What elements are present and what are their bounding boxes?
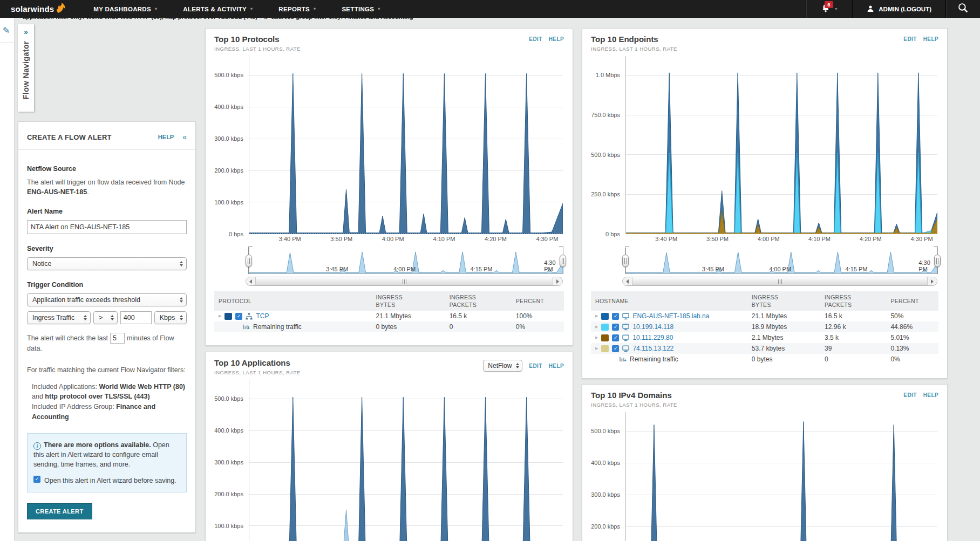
time-scrollbar[interactable] bbox=[622, 277, 937, 286]
flow-type-select[interactable]: NetFlow bbox=[483, 360, 522, 372]
x-axis-label: 4:10 PM bbox=[433, 236, 455, 242]
threshold-value-input[interactable] bbox=[120, 311, 152, 324]
threshold-condition-row: Ingress Traffic > Kbps bbox=[27, 311, 187, 324]
expand-row-icon[interactable]: ▶ bbox=[595, 335, 598, 340]
row-label-link[interactable]: ENG-AUS-NET-185.lab.na bbox=[632, 312, 709, 320]
time-range-overview[interactable]: 3:45 PM4:00 PM4:15 PM4:30 PM bbox=[249, 248, 563, 274]
overview-time-label: 4:30 PM bbox=[544, 259, 556, 272]
time-range-overview[interactable]: 3:45 PM4:00 PM4:15 PM4:30 PM bbox=[625, 248, 937, 274]
scroll-left-button[interactable] bbox=[246, 277, 256, 285]
help-link[interactable]: HELP bbox=[923, 36, 938, 42]
menu-my-dashboards[interactable]: MY DASHBOARDS ▾ bbox=[80, 0, 170, 18]
severity-value: Notice bbox=[32, 260, 51, 268]
panel-header: Top 10 Applications INGRESS, LAST 1 HOUR… bbox=[206, 352, 573, 376]
apps-join: and bbox=[32, 393, 45, 400]
edit-link[interactable]: EDIT bbox=[903, 36, 916, 42]
time-scrollbar[interactable] bbox=[246, 277, 563, 286]
source-node: ENG-AUS-NET-185 bbox=[27, 188, 87, 196]
chevron-down-icon: ▾ bbox=[250, 6, 253, 11]
expand-row-icon[interactable]: ▶ bbox=[595, 325, 598, 329]
overview-time-label: 4:30 PM bbox=[918, 259, 931, 272]
scroll-right-button[interactable] bbox=[553, 277, 562, 285]
x-axis-label: 4:10 PM bbox=[808, 236, 831, 242]
range-handle-right[interactable] bbox=[560, 255, 566, 267]
severity-select[interactable]: Notice bbox=[27, 257, 187, 270]
search-button[interactable] bbox=[946, 0, 980, 18]
help-link[interactable]: HELP bbox=[158, 134, 174, 140]
alert-name-input[interactable] bbox=[27, 220, 187, 234]
row-label-link[interactable]: 10.111.229.80 bbox=[632, 334, 673, 341]
series-visibility-checkbox[interactable]: ✓ bbox=[612, 334, 619, 341]
table-row: ▶✓74.115.13.12253.7 kbytes390.13% bbox=[591, 343, 938, 354]
scroll-left-button[interactable] bbox=[623, 277, 632, 285]
edit-pencil-icon[interactable]: ✎ bbox=[3, 25, 10, 36]
severity-label: Severity bbox=[27, 245, 187, 252]
create-alert-button[interactable]: CREATE ALERT bbox=[27, 503, 92, 519]
y-axis-label: 200.0 kbps bbox=[214, 167, 243, 174]
trigger-condition-select[interactable]: Application traffic exceeds threshold bbox=[27, 293, 187, 306]
expand-row-icon[interactable]: ▶ bbox=[219, 314, 221, 318]
percent-value: 44.86% bbox=[886, 321, 938, 332]
solarwinds-logo[interactable]: solarwinds bbox=[0, 3, 80, 16]
series-visibility-checkbox[interactable]: ✓ bbox=[612, 313, 619, 320]
scroll-right-button[interactable] bbox=[927, 277, 937, 285]
help-link[interactable]: HELP bbox=[923, 392, 938, 398]
overview-time-label: 4:00 PM bbox=[769, 266, 791, 272]
row-label: Remaining traffic bbox=[630, 355, 678, 363]
traffic-direction-select[interactable]: Ingress Traffic bbox=[27, 311, 91, 324]
row-label-link[interactable]: 10.199.14.118 bbox=[632, 323, 673, 331]
edit-link[interactable]: EDIT bbox=[903, 392, 916, 398]
protocol-icon bbox=[246, 313, 253, 320]
edit-link[interactable]: EDIT bbox=[529, 363, 542, 369]
panel-header: Top 10 Endpoints INGRESS, LAST 1 HOURS, … bbox=[582, 29, 947, 53]
menu-settings[interactable]: SETTINGS ▾ bbox=[329, 0, 393, 18]
scrollbar-thumb[interactable] bbox=[256, 277, 553, 285]
y-axis: 500.0 kbps400.0 kbps300.0 kbps200.0 kbps… bbox=[210, 380, 249, 541]
row-label-link[interactable]: 74.115.13.122 bbox=[632, 345, 673, 352]
table-row: Remaining traffic0 bytes00% bbox=[214, 321, 564, 332]
arrow-right-icon bbox=[556, 279, 559, 284]
range-handle-left[interactable] bbox=[246, 255, 252, 267]
range-handle-left[interactable] bbox=[622, 255, 629, 267]
y-axis: 500.0 kbps400.0 kbps300.0 kbps200.0 kbps… bbox=[587, 412, 625, 541]
operator-select[interactable]: > bbox=[93, 311, 118, 324]
menu-reports[interactable]: REPORTS ▾ bbox=[266, 0, 329, 18]
chart-plot-area bbox=[249, 56, 563, 234]
series-application-primary bbox=[249, 397, 563, 541]
x-axis-label: 4:30 PM bbox=[911, 236, 933, 242]
expand-row-icon[interactable]: ▶ bbox=[595, 314, 598, 318]
expand-row-icon[interactable]: ▶ bbox=[595, 346, 598, 351]
edit-link[interactable]: EDIT bbox=[529, 36, 542, 42]
packets-value: 0 bbox=[445, 321, 512, 332]
wizard-checkbox[interactable]: ✓ bbox=[33, 476, 40, 483]
top-10-endpoints-panel: Top 10 Endpoints INGRESS, LAST 1 HOURS, … bbox=[582, 28, 948, 379]
unit-select[interactable]: Kbps bbox=[154, 311, 187, 324]
alert-name-label: Alert Name bbox=[27, 208, 187, 215]
y-axis-label: 1.0 Mbps bbox=[596, 72, 620, 78]
panel-title: Top 10 Applications bbox=[214, 358, 483, 367]
scrollbar-thumb[interactable] bbox=[632, 277, 927, 285]
flow-type-value: NetFlow bbox=[488, 362, 512, 369]
top-10-ipv4-domains-panel: Top 10 IPv4 Domains INGRESS, LAST 1 HOUR… bbox=[582, 384, 948, 541]
notifications-button[interactable]: 6 ▾ bbox=[806, 0, 852, 18]
series-visibility-checkbox[interactable]: ✓ bbox=[612, 324, 619, 331]
panel-subtitle: INGRESS, LAST 1 HOURS, RATE bbox=[591, 402, 903, 408]
collapsed-sidebar-rail: ✎ bbox=[0, 18, 15, 541]
user-menu[interactable]: ADMIN (LOGOUT) bbox=[853, 0, 945, 18]
row-label-link[interactable]: TCP bbox=[256, 312, 269, 320]
flow-navigator-tab[interactable]: » Flow Navigator bbox=[18, 24, 34, 112]
series-visibility-checkbox[interactable]: ✓ bbox=[235, 313, 242, 320]
range-handle-right[interactable] bbox=[934, 255, 941, 267]
help-link[interactable]: HELP bbox=[549, 363, 564, 369]
check-minutes-input[interactable] bbox=[110, 333, 125, 344]
bytes-value: 18.9 Mbytes bbox=[747, 321, 820, 332]
arrow-left-icon bbox=[249, 279, 252, 284]
table-row: ▶✓10.111.229.802.1 Mbytes3.5 k5.01% bbox=[591, 332, 938, 343]
source-suffix: . bbox=[87, 188, 89, 196]
menu-alerts-activity[interactable]: ALERTS & ACTIVITY ▾ bbox=[170, 0, 266, 18]
x-axis-label: 4:20 PM bbox=[860, 236, 882, 242]
series-visibility-checkbox[interactable]: ✓ bbox=[612, 345, 619, 352]
help-link[interactable]: HELP bbox=[549, 36, 564, 42]
collapse-icon[interactable]: « bbox=[182, 133, 187, 141]
row-label: Remaining traffic bbox=[253, 323, 302, 331]
